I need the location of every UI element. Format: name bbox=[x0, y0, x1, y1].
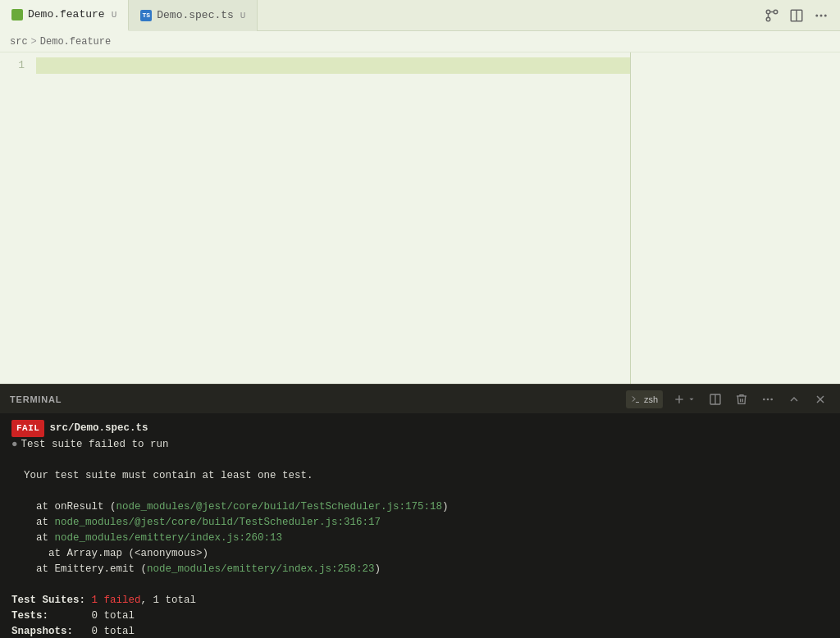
split-icon bbox=[709, 393, 722, 406]
tab-demo-spec[interactable]: TS Demo.spec.ts U bbox=[129, 0, 258, 31]
terminal-suite-failed: Test suite failed to run bbox=[21, 437, 169, 453]
terminal-line-trace-5: at Emittery.emit (node_modules/emittery/… bbox=[11, 562, 829, 577]
terminal-minimize-button[interactable] bbox=[784, 390, 804, 408]
breadcrumb-file[interactable]: Demo.feature bbox=[40, 36, 111, 48]
terminal-line-trace-4: at Array.map (<anonymous>) bbox=[11, 546, 829, 562]
tab-spec-label: Demo.spec.ts bbox=[157, 9, 234, 21]
terminal-line-trace-1: at onResult (node_modules/@jest/core/bui… bbox=[11, 499, 829, 515]
terminal-more-button[interactable] bbox=[758, 390, 778, 408]
terminal-icon bbox=[631, 394, 641, 404]
svg-point-8 bbox=[820, 14, 823, 16]
terminal-line-trace-2: at node_modules/@jest/core/build/TestSch… bbox=[11, 515, 829, 531]
close-icon bbox=[814, 393, 827, 406]
trash-icon bbox=[735, 393, 748, 406]
line-numbers: 1 bbox=[0, 52, 33, 384]
terminal-panel: TERMINAL zsh bbox=[0, 384, 840, 638]
terminal-kill-button[interactable] bbox=[732, 390, 751, 408]
ts-icon: TS bbox=[140, 10, 152, 21]
more-options-icon[interactable] bbox=[812, 7, 830, 25]
terminal-shell-indicator[interactable]: zsh bbox=[626, 390, 663, 408]
tab-bar-actions bbox=[763, 7, 840, 25]
layout-icon[interactable] bbox=[788, 7, 806, 25]
tab-spec-badge: U bbox=[240, 11, 246, 21]
terminal-close-button[interactable] bbox=[810, 390, 830, 408]
breadcrumb-sep: > bbox=[31, 36, 37, 48]
terminal-title: TERMINAL bbox=[10, 394, 62, 404]
breadcrumb: src > Demo.feature bbox=[0, 31, 840, 52]
feature-icon bbox=[11, 9, 23, 21]
add-icon bbox=[673, 393, 686, 406]
editor-main: 1 bbox=[0, 52, 840, 384]
terminal-shell-label: zsh bbox=[644, 394, 658, 404]
editor-content[interactable] bbox=[33, 52, 630, 384]
chevron-up-icon bbox=[788, 393, 801, 406]
terminal-body[interactable]: FAIL src/Demo.spec.ts ● Test suite faile… bbox=[0, 413, 840, 638]
terminal-line-trace-3: at node_modules/emittery/index.js:260:13 bbox=[11, 531, 829, 546]
terminal-header: TERMINAL zsh bbox=[0, 384, 840, 413]
terminal-line-snapshots: Snapshots: 0 total bbox=[11, 624, 829, 638]
svg-point-7 bbox=[815, 14, 818, 16]
terminal-fail-file: src/Demo.spec.ts bbox=[49, 421, 148, 436]
svg-point-16 bbox=[767, 398, 769, 400]
editor-area: 1 bbox=[0, 52, 840, 384]
breadcrumb-src[interactable]: src bbox=[10, 36, 28, 48]
terminal-line-suites: Test Suites: 1 failed , 1 total bbox=[11, 593, 829, 608]
terminal-line-fail: FAIL src/Demo.spec.ts bbox=[11, 420, 829, 437]
svg-point-15 bbox=[763, 398, 765, 400]
terminal-line-must-contain: Your test suite must contain at least on… bbox=[11, 468, 829, 484]
tab-feature-label: Demo.feature bbox=[28, 8, 105, 21]
svg-point-0 bbox=[766, 17, 770, 21]
chevron-down-icon bbox=[687, 395, 696, 403]
editor-line-1 bbox=[36, 57, 630, 74]
svg-point-9 bbox=[824, 14, 827, 16]
branch-icon[interactable] bbox=[763, 7, 781, 25]
svg-point-17 bbox=[770, 398, 773, 400]
tab-bar: Demo.feature U TS Demo.spec.ts U bbox=[0, 0, 840, 31]
svg-point-1 bbox=[766, 10, 770, 14]
tab-demo-feature[interactable]: Demo.feature U bbox=[0, 0, 129, 31]
terminal-line-tests: Tests: 0 total bbox=[11, 608, 829, 624]
svg-point-2 bbox=[774, 10, 778, 14]
terminal-add-button[interactable] bbox=[669, 390, 699, 408]
terminal-line-bullet: ● Test suite failed to run bbox=[11, 437, 829, 453]
fail-badge: FAIL bbox=[11, 420, 44, 437]
line-number-1: 1 bbox=[0, 57, 25, 74]
ellipsis-icon bbox=[761, 393, 774, 406]
terminal-split-button[interactable] bbox=[705, 390, 725, 408]
minimap-panel bbox=[631, 52, 840, 384]
tab-feature-badge: U bbox=[112, 10, 117, 20]
